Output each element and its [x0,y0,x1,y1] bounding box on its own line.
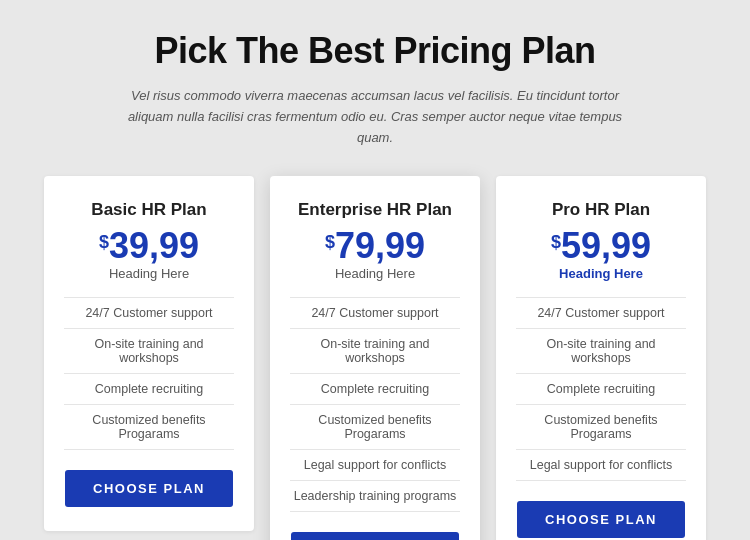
list-item: On-site training and workshops [516,329,686,374]
list-item: 24/7 Customer support [516,297,686,329]
plan-name-pro: Pro HR Plan [552,200,650,220]
plan-price-pro: $59,99 [551,228,651,264]
choose-plan-button-pro[interactable]: CHOOSE PLAN [517,501,685,538]
list-item: Legal support for conflicts [290,450,460,481]
list-item: 24/7 Customer support [290,297,460,329]
list-item: On-site training and workshops [290,329,460,374]
list-item: Customized benefits Progarams [290,405,460,450]
list-item: Complete recruiting [64,374,234,405]
list-item: Legal support for conflicts [516,450,686,481]
list-item: Complete recruiting [290,374,460,405]
plan-card-basic: Basic HR Plan$39,99Heading Here24/7 Cust… [44,176,254,531]
price-symbol-pro: $ [551,232,561,253]
list-item: On-site training and workshops [64,329,234,374]
list-item: Customized benefits Progarams [64,405,234,450]
plan-card-pro: Pro HR Plan$59,99Heading Here24/7 Custom… [496,176,706,540]
price-symbol-basic: $ [99,232,109,253]
choose-plan-button-enterprise[interactable]: CHOOSE PLAN [291,532,459,540]
price-amount-enterprise: 79,99 [335,228,425,264]
list-item: 24/7 Customer support [64,297,234,329]
list-item: Customized benefits Progarams [516,405,686,450]
price-amount-pro: 59,99 [561,228,651,264]
plan-name-enterprise: Enterprise HR Plan [298,200,452,220]
plans-container: Basic HR Plan$39,99Heading Here24/7 Cust… [20,176,730,540]
plan-card-enterprise: Enterprise HR Plan$79,99Heading Here24/7… [270,176,480,540]
page-title: Pick The Best Pricing Plan [154,30,595,72]
plan-price-enterprise: $79,99 [325,228,425,264]
plan-price-basic: $39,99 [99,228,199,264]
choose-plan-button-basic[interactable]: CHOOSE PLAN [65,470,233,507]
list-item: Complete recruiting [516,374,686,405]
plan-heading-basic: Heading Here [109,266,189,281]
features-list-pro: 24/7 Customer supportOn-site training an… [516,297,686,481]
price-symbol-enterprise: $ [325,232,335,253]
features-list-enterprise: 24/7 Customer supportOn-site training an… [290,297,460,512]
plan-heading-enterprise: Heading Here [335,266,415,281]
features-list-basic: 24/7 Customer supportOn-site training an… [64,297,234,450]
list-item: Leadership training programs [290,481,460,512]
plan-name-basic: Basic HR Plan [91,200,206,220]
price-amount-basic: 39,99 [109,228,199,264]
subtitle: Vel risus commodo viverra maecenas accum… [115,86,635,148]
plan-heading-pro: Heading Here [559,266,643,281]
